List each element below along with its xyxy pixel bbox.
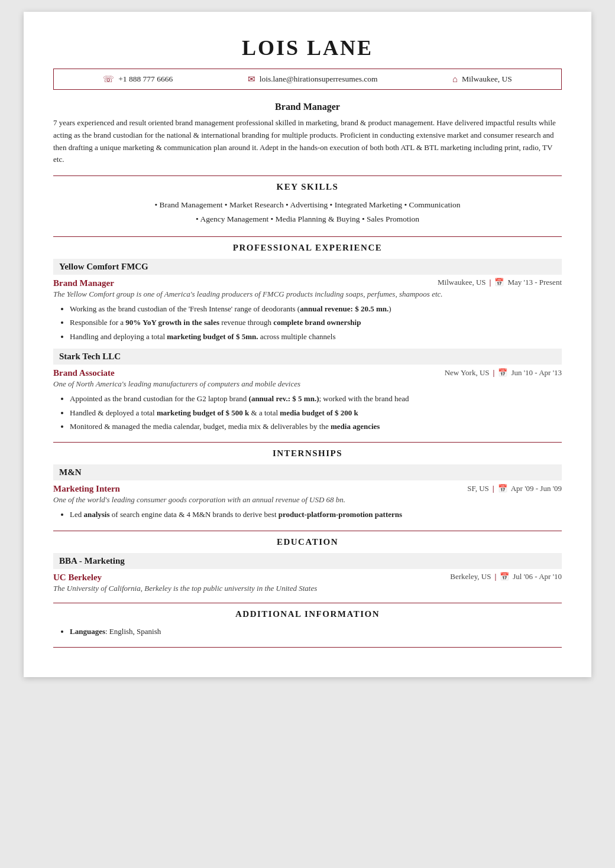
location-text: Milwaukee, US [462,74,512,84]
company-3: M&N [53,464,562,480]
cal-icon-1: 📅 [494,278,504,287]
education-heading: EDUCATION [53,537,562,547]
job-3-date: Apr '09 - Jun '09 [511,484,562,493]
edu-1-location-date: Berkeley, US | 📅 Jul '06 - Apr '10 [450,572,562,581]
job-3-location-date: SF, US | 📅 Apr '09 - Jun '09 [467,484,562,493]
divider-education [53,531,562,531]
additional-heading: ADDITIONAL INFORMATION [53,609,562,619]
skills-text-line2: • Agency Management • Media Planning & B… [196,214,419,223]
bullet-item: Handling and deploying a total marketing… [70,330,562,343]
job-2-description: One of North America's leading manufactu… [53,379,562,389]
cal-icon-4: 📅 [500,572,509,581]
bullet-item: Monitored & managed the media calendar, … [70,420,562,433]
education-section: EDUCATION BBA - Marketing UC Berkeley Be… [53,537,562,593]
divider-experience [53,236,562,237]
location-icon: ⌂ [452,74,458,84]
bullet-item: Responsible for a 90% YoY growth in the … [70,316,562,329]
job-3-location: SF, US [467,484,489,493]
candidate-name: LOIS LANE [53,35,562,60]
job-2-title: Brand Associate [53,368,115,378]
job-1-bullets: Working as the brand custodian of the 'F… [53,303,562,343]
divider-additional [53,603,562,603]
degree-1-name: BBA - Marketing [59,556,125,565]
objective-text: 7 years experienced and result oriented … [53,117,562,166]
additional-item: Languages: English, Spanish [70,625,562,638]
job-3-bullets: Led analysis of search engine data & 4 M… [53,508,562,521]
job-1-location-date: Milwaukee, US | 📅 May '13 - Present [438,278,562,287]
job-2-location: New York, US [445,368,490,378]
experience-heading: PROFESSIONAL EXPERIENCE [53,243,562,253]
email-address: lois.lane@hirationsuperresumes.com [260,74,378,84]
bullet-item: Led analysis of search engine data & 4 M… [70,508,562,521]
job-1-description: The Yellow Comfort group is one of Ameri… [53,290,562,299]
contact-bar: ☏ +1 888 777 6666 ✉ lois.lane@hirationsu… [53,69,562,90]
job-2-bullets: Appointed as the brand custodian for the… [53,392,562,433]
pipe-4: | [494,572,496,581]
phone-contact: ☏ +1 888 777 6666 [103,74,173,84]
phone-icon: ☏ [103,74,114,84]
job-2-location-date: New York, US | 📅 Jun '10 - Apr '13 [445,368,562,378]
school-1-name: UC Berkeley [53,573,102,583]
edu-1-header: UC Berkeley Berkeley, US | 📅 Jul '06 - A… [53,571,562,583]
bullet-item: Working as the brand custodian of the 'F… [70,303,562,315]
edu-1-date: Jul '06 - Apr '10 [513,572,562,581]
skills-text-line1: • Brand Management • Market Research • A… [155,200,461,209]
company-1-name: Yellow Comfort FMCG [59,262,148,271]
edu-1-location: Berkeley, US [450,572,491,581]
company-3-name: M&N [59,467,82,477]
skills-heading: KEY SKILLS [53,182,562,192]
objective-section: Brand Manager 7 years experienced and re… [53,102,562,166]
job-3-title: Marketing Intern [53,484,120,494]
objective-title: Brand Manager [53,102,562,112]
email-contact: ✉ lois.lane@hirationsuperresumes.com [248,74,378,84]
job-1-date: May '13 - Present [507,278,562,287]
bullet-item: Handled & deployed a total marketing bud… [70,407,562,419]
company-1: Yellow Comfort FMCG [53,259,562,275]
additional-list: Languages: English, Spanish [53,625,562,638]
phone-number: +1 888 777 6666 [118,74,173,84]
degree-1: BBA - Marketing [53,553,562,569]
job-1-location: Milwaukee, US [438,278,486,287]
experience-section: PROFESSIONAL EXPERIENCE Yellow Comfort F… [53,243,562,433]
internships-heading: INTERNSHIPS [53,448,562,459]
bullet-item: Appointed as the brand custodian for the… [70,392,562,405]
divider-end [53,647,562,648]
job-3-description: One of the world's leading consumer good… [53,495,562,505]
resume-container: LOIS LANE ☏ +1 888 777 6666 ✉ lois.lane@… [24,12,591,677]
job-2-date: Jun '10 - Apr '13 [511,368,562,378]
internships-section: INTERNSHIPS M&N Marketing Intern SF, US … [53,448,562,521]
location-contact: ⌂ Milwaukee, US [452,74,512,84]
skills-line1: • Brand Management • Market Research • A… [53,198,562,227]
cal-icon-2: 📅 [498,368,507,378]
skills-section: KEY SKILLS • Brand Management • Market R… [53,182,562,227]
job-1-title: Brand Manager [53,278,114,288]
divider-internships [53,442,562,443]
pipe-2: | [493,368,495,378]
cal-icon-3: 📅 [498,484,507,493]
job-3-header: Marketing Intern SF, US | 📅 Apr '09 - Ju… [53,483,562,494]
company-2-name: Stark Tech LLC [59,352,121,361]
divider-skills [53,175,562,176]
company-2: Stark Tech LLC [53,349,562,365]
additional-section: ADDITIONAL INFORMATION Languages: Englis… [53,609,562,638]
pipe-3: | [493,484,494,493]
pipe-1: | [490,278,491,287]
job-2-header: Brand Associate New York, US | 📅 Jun '10… [53,367,562,378]
edu-1-description: The University of California, Berkeley i… [53,584,562,593]
job-1-header: Brand Manager Milwaukee, US | 📅 May '13 … [53,277,562,288]
email-icon: ✉ [248,74,255,84]
